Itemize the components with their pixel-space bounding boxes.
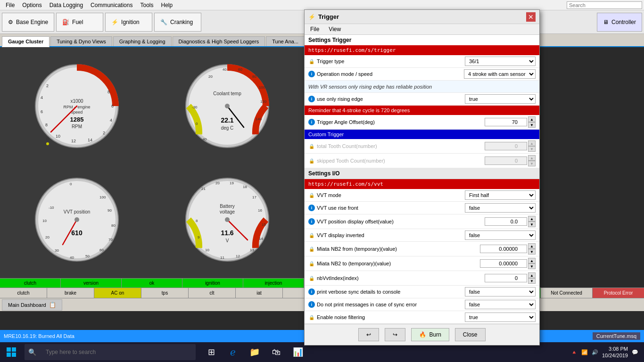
trigger-angle-input[interactable] <box>485 118 527 126</box>
menu-help[interactable]: Help <box>157 1 176 9</box>
vvt-rise-front-control[interactable]: false true <box>465 203 536 213</box>
tab-gauge-cluster[interactable]: Gauge Cluster <box>2 36 50 47</box>
svg-point-59 <box>225 217 230 222</box>
cranking-button[interactable]: 🔧 Cranking <box>154 13 201 32</box>
trigger-type-control[interactable]: 36/1 <box>465 57 536 66</box>
svg-text:10: 10 <box>42 219 47 223</box>
miata-nb2-to-input[interactable] <box>480 259 527 268</box>
svg-text:9: 9 <box>198 235 200 239</box>
skipped-tooth-text: skipped Tooth Count(number) <box>317 158 385 164</box>
operation-mode-select[interactable]: 4 stroke with cam sensor <box>464 69 536 79</box>
vvt-offset-input[interactable] <box>485 217 527 226</box>
trigger-angle-down[interactable]: ▼ <box>528 122 536 128</box>
miata-nb2-from-input[interactable] <box>480 245 527 253</box>
menu-search-input[interactable] <box>567 1 642 9</box>
noise-filter-text: Enable noise filtering <box>317 314 365 320</box>
print-verbose-control[interactable]: false true <box>465 287 536 296</box>
trigger-type-row: 🔒 Trigger type 36/1 <box>305 55 539 68</box>
main-dashboard-tab[interactable]: Main Dashboard 📋 <box>2 299 62 311</box>
menu-options[interactable]: Options <box>18 1 45 9</box>
vvt-inverted-select[interactable]: false true <box>465 230 536 240</box>
miata-nb2-from-control[interactable]: ▲ ▼ <box>480 243 536 255</box>
noise-filter-select[interactable]: true false <box>465 313 536 322</box>
tab-graphing[interactable]: Graphing & Logging <box>113 36 172 46</box>
trigger-url-bar[interactable]: https://rusefi.com/s/trigger <box>305 45 539 55</box>
svg-text:6: 6 <box>111 104 114 108</box>
miata-nb2-from-down[interactable]: ▼ <box>528 249 536 255</box>
search-icon: 🔍 <box>25 348 40 356</box>
svg-text:40: 40 <box>223 67 227 72</box>
operation-mode-control[interactable]: 4 stroke with cam sensor <box>464 69 536 79</box>
explorer-icon[interactable]: 📁 <box>245 342 264 362</box>
no-print-select[interactable]: false true <box>465 300 536 309</box>
svg-text:13: 13 <box>250 248 254 252</box>
print-verbose-row: i print verbose sync details to console … <box>305 286 539 298</box>
taskbar-search-input[interactable] <box>40 345 196 360</box>
status-ok: ok <box>122 279 182 288</box>
trigger-angle-control[interactable]: ▲ ▼ <box>485 116 536 128</box>
lock-icon-3: 🔒 <box>308 157 315 164</box>
redo-button[interactable]: ↪ <box>385 328 405 341</box>
svg-text:1285: 1285 <box>70 116 84 123</box>
dialog-title: Trigger <box>318 13 526 20</box>
nbvvt-index-down[interactable]: ▼ <box>528 278 536 284</box>
vvt-offset-control[interactable]: ▲ ▼ <box>485 216 536 227</box>
svg-text:20: 20 <box>45 235 50 239</box>
svg-text:VVT position: VVT position <box>64 209 91 214</box>
svg-text:deg C: deg C <box>221 125 233 131</box>
controller-button[interactable]: 🖥 Controller <box>597 13 642 32</box>
svg-text:x1000: x1000 <box>71 99 84 104</box>
trigger-dialog[interactable]: ⚡ Trigger ✕ File View Settings Trigger h… <box>304 9 540 346</box>
menu-file[interactable]: File <box>2 1 18 9</box>
base-engine-button[interactable]: ⚙ Base Engine <box>2 13 54 32</box>
dialog-menu-file[interactable]: File <box>308 25 321 33</box>
menu-tools[interactable]: Tools <box>136 1 157 9</box>
noise-filter-control[interactable]: true false <box>465 313 536 322</box>
vvt-offset-up[interactable]: ▲ <box>528 216 536 222</box>
vvt-mode-control[interactable]: First half <box>465 190 536 200</box>
vvt-gauge-cell: VVT position 610 10 20 30 40 50 60 70 80… <box>4 165 150 274</box>
miata-nb2-to-up[interactable]: ▲ <box>528 258 536 263</box>
status-injection: injection <box>243 279 304 288</box>
miata-nb2-from-up[interactable]: ▲ <box>528 243 536 249</box>
undo-button[interactable]: ↩ <box>358 328 379 341</box>
ignition-button[interactable]: ⚡ Ignition <box>105 13 152 32</box>
edge-icon[interactable]: ℯ <box>223 342 243 362</box>
trigger-type-select[interactable]: 36/1 <box>465 57 536 66</box>
vvt-url-bar[interactable]: https://rusefi.com/s/vvt <box>305 179 539 189</box>
svg-text:0: 0 <box>70 182 72 186</box>
operation-mode-label: i Operation mode / speed <box>308 71 464 77</box>
task-view-icon[interactable]: ⊞ <box>201 342 221 362</box>
dialog-menu-view[interactable]: View <box>327 25 343 33</box>
info-icon-3: i <box>308 119 315 125</box>
notification-icon[interactable]: 💬 <box>632 349 638 355</box>
start-button[interactable] <box>0 342 23 362</box>
vvt-offset-down[interactable]: ▼ <box>528 222 536 227</box>
tab-tuning[interactable]: Tuning & Dyno Views <box>50 36 112 46</box>
svg-text:18: 18 <box>243 185 247 189</box>
print-verbose-select[interactable]: false true <box>465 287 536 296</box>
tab-tune-ana[interactable]: Tune Ana... <box>266 36 305 46</box>
vvt-mode-select[interactable]: First half <box>465 190 536 200</box>
trigger-angle-up[interactable]: ▲ <box>528 116 536 122</box>
nbvvt-index-control[interactable]: ▲ ▼ <box>485 272 536 284</box>
dialog-close-button[interactable]: ✕ <box>526 12 536 22</box>
rising-edge-select[interactable]: true false <box>465 94 536 104</box>
label-ac: AC on <box>94 288 141 298</box>
vvt-rise-front-select[interactable]: false true <box>465 203 536 213</box>
fuel-button[interactable]: ⛽ Fuel <box>56 13 103 32</box>
store-icon[interactable]: 🛍 <box>266 342 286 362</box>
miata-nb2-to-control[interactable]: ▲ ▼ <box>480 258 536 269</box>
menu-data-logging[interactable]: Data Logging <box>46 1 87 9</box>
burn-button[interactable]: 🔥 Burn <box>411 328 449 341</box>
tab-diagnostics[interactable]: Diagnostics & High Speed Loggers <box>173 36 265 46</box>
vvt-inverted-control[interactable]: false true <box>465 230 536 240</box>
close-button[interactable]: Close <box>455 328 486 341</box>
no-print-control[interactable]: false true <box>465 300 536 309</box>
rising-edge-control[interactable]: true false <box>465 94 536 104</box>
menu-communications[interactable]: Communications <box>87 1 136 9</box>
miata-nb2-to-down[interactable]: ▼ <box>528 263 536 269</box>
nbvvt-index-input[interactable] <box>485 274 527 282</box>
svg-rect-109 <box>12 347 16 352</box>
nbvvt-index-up[interactable]: ▲ <box>528 272 536 278</box>
